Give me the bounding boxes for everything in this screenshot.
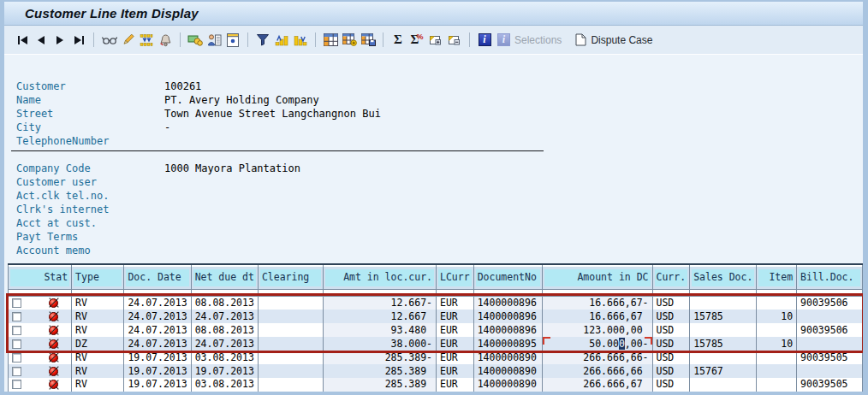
cell-doc_no[interactable]: 1400000896 bbox=[473, 296, 542, 310]
col-header-stat[interactable]: Stat bbox=[9, 267, 72, 289]
cell-doc_no[interactable]: 1400000896 bbox=[473, 310, 542, 323]
cell-doc_no[interactable]: 1400000890 bbox=[473, 364, 542, 378]
cell-curr[interactable]: USD bbox=[652, 378, 690, 392]
subtotal-sigma-icon[interactable]: Σ% bbox=[407, 31, 426, 50]
cell-curr[interactable]: USD bbox=[652, 323, 690, 337]
row-select-checkbox[interactable] bbox=[12, 367, 21, 376]
col-header-item[interactable]: Item bbox=[757, 267, 797, 289]
cell-net_due[interactable]: 24.07.2013 bbox=[191, 310, 258, 323]
change-layout-icon[interactable] bbox=[340, 31, 359, 50]
display-glasses-icon[interactable] bbox=[99, 31, 118, 50]
cell-bill_doc[interactable] bbox=[797, 337, 863, 351]
cell-bill_doc[interactable]: 90039506 bbox=[797, 323, 863, 337]
col-header-curr[interactable]: Curr. bbox=[652, 267, 690, 289]
cell-amt_dc[interactable]: 266.666,67 bbox=[542, 378, 652, 392]
information-icon[interactable]: i bbox=[475, 31, 494, 50]
row-select-checkbox[interactable] bbox=[12, 339, 21, 349]
cell-net_due[interactable]: 24.07.2013 bbox=[191, 337, 258, 351]
cell-item[interactable]: 10 bbox=[757, 310, 797, 323]
cell-clearing[interactable] bbox=[258, 351, 323, 364]
cell-doc_date[interactable]: 24.07.2013 bbox=[124, 323, 191, 337]
cell-doc_date[interactable]: 24.07.2013 bbox=[124, 296, 191, 310]
first-item-icon[interactable] bbox=[13, 31, 32, 50]
cell-amt_lc[interactable]: 93.480 bbox=[323, 323, 436, 337]
cell-type[interactable]: RV bbox=[72, 364, 124, 378]
collapse-details-icon[interactable] bbox=[445, 31, 464, 50]
cell-amt_lc[interactable]: 285.389- bbox=[323, 351, 436, 364]
cell-stat[interactable] bbox=[9, 296, 72, 310]
col-header-amt_dc[interactable]: Amount in DC bbox=[542, 267, 652, 289]
master-record-icon[interactable] bbox=[205, 31, 223, 50]
cell-sales_doc[interactable]: 15785 bbox=[690, 337, 757, 351]
row-select-checkbox[interactable] bbox=[12, 298, 21, 308]
cell-doc_no[interactable]: 1400000890 bbox=[473, 351, 542, 364]
cell-sales_doc[interactable] bbox=[690, 351, 757, 364]
cell-sales_doc[interactable]: 15767 bbox=[690, 364, 757, 378]
cell-lcurr[interactable]: EUR bbox=[437, 310, 474, 323]
row-select-checkbox[interactable] bbox=[12, 326, 21, 335]
cell-clearing[interactable] bbox=[258, 378, 323, 392]
cell-stat[interactable] bbox=[9, 378, 72, 392]
col-header-doc_date[interactable]: Doc. Date bbox=[124, 267, 191, 289]
sort-descending-icon[interactable] bbox=[291, 31, 310, 50]
expand-details-icon[interactable] bbox=[426, 31, 445, 50]
cell-amt_dc[interactable]: 123.000,00 bbox=[542, 323, 652, 337]
cell-item[interactable] bbox=[757, 364, 797, 378]
cell-amt_lc[interactable]: 285.389 bbox=[323, 378, 436, 392]
cell-net_due[interactable]: 03.08.2013 bbox=[191, 378, 258, 392]
col-header-type[interactable]: Type bbox=[72, 267, 124, 289]
cell-curr[interactable]: USD bbox=[652, 364, 690, 378]
cell-sales_doc[interactable] bbox=[690, 323, 757, 337]
previous-item-icon[interactable] bbox=[32, 31, 51, 50]
cell-doc_date[interactable]: 19.07.2013 bbox=[124, 364, 191, 378]
cell-lcurr[interactable]: EUR bbox=[437, 323, 474, 337]
cell-clearing[interactable] bbox=[258, 337, 323, 351]
col-header-bill_doc[interactable]: Bill.Doc. bbox=[797, 267, 863, 289]
dispute-case-button[interactable]: Dispute Case bbox=[575, 33, 652, 46]
sort-ascending-icon[interactable] bbox=[272, 31, 291, 50]
cell-clearing[interactable] bbox=[258, 310, 323, 323]
cell-doc_date[interactable]: 24.07.2013 bbox=[124, 337, 191, 351]
col-header-doc_no[interactable]: DocumentNo bbox=[473, 267, 542, 289]
cell-lcurr[interactable]: EUR bbox=[437, 351, 474, 364]
cell-amt_dc[interactable]: 16.666,67 bbox=[542, 310, 652, 323]
row-select-checkbox[interactable] bbox=[12, 380, 21, 389]
cell-type[interactable]: DZ bbox=[72, 337, 124, 351]
choose-detail-icon[interactable] bbox=[137, 31, 156, 50]
document-icon[interactable] bbox=[223, 31, 242, 50]
cell-stat[interactable] bbox=[9, 364, 72, 378]
set-filter-icon[interactable] bbox=[253, 31, 272, 50]
next-item-icon[interactable] bbox=[51, 31, 69, 50]
cell-item[interactable] bbox=[757, 296, 797, 310]
cell-amt_dc[interactable]: 266.666,66 bbox=[542, 364, 652, 378]
cell-bill_doc[interactable]: 90039506 bbox=[797, 296, 863, 310]
cell-sales_doc[interactable] bbox=[690, 296, 757, 310]
cell-doc_no[interactable]: 1400000896 bbox=[473, 323, 542, 337]
cell-doc_no[interactable]: 1400000890 bbox=[473, 378, 542, 392]
cell-item[interactable] bbox=[757, 351, 797, 364]
cell-net_due[interactable]: 08.08.2013 bbox=[191, 296, 258, 310]
cell-amt_lc[interactable]: 12.667- bbox=[323, 296, 436, 310]
cell-lcurr[interactable]: EUR bbox=[437, 337, 474, 351]
cell-clearing[interactable] bbox=[258, 364, 323, 378]
cell-clearing[interactable] bbox=[258, 296, 323, 310]
cell-curr[interactable]: USD bbox=[652, 351, 690, 364]
cell-amt_dc[interactable]: 16.666,67- bbox=[542, 296, 652, 310]
change-pencil-icon[interactable] bbox=[118, 31, 137, 50]
col-header-amt_lc[interactable]: Amt in loc.cur. bbox=[323, 267, 436, 289]
cell-lcurr[interactable]: EUR bbox=[437, 378, 474, 392]
cell-bill_doc[interactable]: 90039505 bbox=[797, 378, 863, 392]
cell-bill_doc[interactable] bbox=[797, 364, 863, 378]
total-sigma-icon[interactable]: Σ bbox=[389, 31, 407, 50]
cell-item[interactable]: 10 bbox=[757, 337, 797, 351]
col-header-lcurr[interactable]: LCurr bbox=[437, 267, 474, 289]
cell-doc_date[interactable]: 19.07.2013 bbox=[124, 351, 191, 364]
cell-net_due[interactable]: 19.07.2013 bbox=[191, 364, 258, 378]
cell-curr[interactable]: USD bbox=[652, 310, 690, 323]
col-header-sales_doc[interactable]: Sales Doc. bbox=[690, 267, 757, 289]
cell-sales_doc[interactable]: 15785 bbox=[690, 310, 757, 323]
cell-doc_date[interactable]: 24.07.2013 bbox=[124, 310, 191, 323]
cell-doc_date[interactable]: 19.07.2013 bbox=[124, 378, 191, 392]
cell-bill_doc[interactable]: 90039505 bbox=[797, 351, 863, 364]
cell-amt_lc[interactable]: 38.000- bbox=[323, 337, 436, 351]
